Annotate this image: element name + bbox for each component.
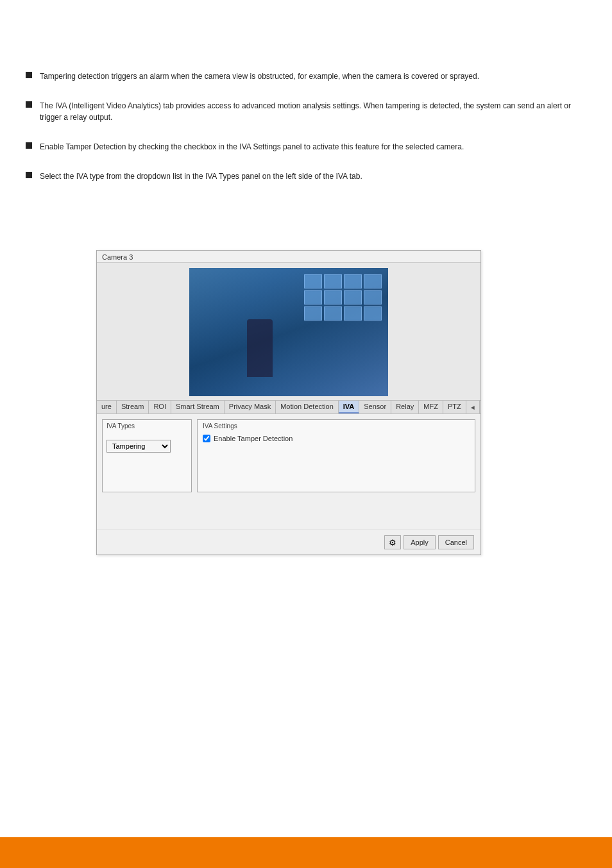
enable-tamper-checkbox[interactable] xyxy=(203,435,210,442)
settings-icon: ⚙ xyxy=(389,538,396,547)
bullet-item-4: Select the IVA type from the dropdown li… xyxy=(26,171,584,182)
iva-content: IVA Types Tampering Motion Intrusion IVA… xyxy=(97,414,480,497)
settings-icon-button[interactable]: ⚙ xyxy=(384,535,401,549)
tab-stream[interactable]: Stream xyxy=(117,401,149,413)
iva-settings-box: IVA Settings Enable Tamper Detection xyxy=(197,419,475,492)
camera-image-area xyxy=(97,263,480,400)
monitor-cell xyxy=(304,306,322,321)
tab-scroll-left[interactable]: ◄ xyxy=(466,401,480,413)
camera-preview xyxy=(189,268,388,396)
monitor-cell xyxy=(364,290,382,305)
monitor-cell xyxy=(344,274,362,288)
bullet-text-4: Select the IVA type from the dropdown li… xyxy=(40,171,362,182)
monitor-cell xyxy=(344,290,362,305)
monitor-cell xyxy=(364,306,382,321)
iva-types-legend: IVA Types xyxy=(106,422,187,430)
tab-sensor[interactable]: Sensor xyxy=(359,401,391,413)
monitor-cell xyxy=(324,274,342,288)
tab-mfz[interactable]: MFZ xyxy=(419,401,443,413)
bullet-text-3: Enable Tamper Detection by checking the … xyxy=(40,141,464,153)
tab-privacy-mask[interactable]: Privacy Mask xyxy=(225,401,276,413)
monitor-cell xyxy=(304,274,322,288)
tab-roi[interactable]: ROI xyxy=(149,401,171,413)
camera-panel: Camera 3 ure Stream ROI Smar xyxy=(96,250,481,555)
bullets-section: Tampering detection triggers an alarm wh… xyxy=(26,71,584,200)
tab-motion-detection[interactable]: Motion Detection xyxy=(276,401,339,413)
tabs-row: ure Stream ROI Smart Stream Privacy Mask… xyxy=(97,400,480,414)
bullet-item-1: Tampering detection triggers an alarm wh… xyxy=(26,71,584,82)
cancel-button[interactable]: Cancel xyxy=(438,535,474,549)
iva-settings-legend: IVA Settings xyxy=(203,422,470,430)
bottom-bar xyxy=(0,837,612,868)
bullet-icon-1 xyxy=(26,72,32,78)
apply-button[interactable]: Apply xyxy=(404,535,436,549)
monitor-grid xyxy=(304,274,382,321)
tab-ure[interactable]: ure xyxy=(97,401,117,413)
bullet-icon-4 xyxy=(26,172,32,178)
panel-footer: ⚙ Apply Cancel xyxy=(97,530,480,555)
tab-relay[interactable]: Relay xyxy=(391,401,419,413)
tab-scroll-right[interactable]: ► xyxy=(480,401,480,413)
iva-types-box: IVA Types Tampering Motion Intrusion xyxy=(102,419,192,492)
monitor-cell xyxy=(324,306,342,321)
bullet-text-1: Tampering detection triggers an alarm wh… xyxy=(40,71,479,82)
person-silhouette xyxy=(247,319,273,377)
iva-dropdown-row: Tampering Motion Intrusion xyxy=(106,440,187,453)
camera-panel-title: Camera 3 xyxy=(97,251,480,263)
panel-spacer xyxy=(97,497,480,530)
monitor-cell xyxy=(344,306,362,321)
monitor-cell xyxy=(304,290,322,305)
enable-tamper-row: Enable Tamper Detection xyxy=(203,435,470,442)
bullet-text-2: The IVA (Intelligent Video Analytics) ta… xyxy=(40,100,584,123)
bullet-item-2: The IVA (Intelligent Video Analytics) ta… xyxy=(26,100,584,123)
bullet-item-3: Enable Tamper Detection by checking the … xyxy=(26,141,584,153)
iva-type-select[interactable]: Tampering Motion Intrusion xyxy=(106,440,171,453)
bullet-icon-2 xyxy=(26,101,32,108)
tab-iva[interactable]: IVA xyxy=(339,401,360,413)
monitor-cell xyxy=(324,290,342,305)
monitor-cell xyxy=(364,274,382,288)
bullet-icon-3 xyxy=(26,142,32,149)
tab-ptz[interactable]: PTZ xyxy=(443,401,466,413)
enable-tamper-label: Enable Tamper Detection xyxy=(214,435,293,442)
tab-smart-stream[interactable]: Smart Stream xyxy=(171,401,225,413)
